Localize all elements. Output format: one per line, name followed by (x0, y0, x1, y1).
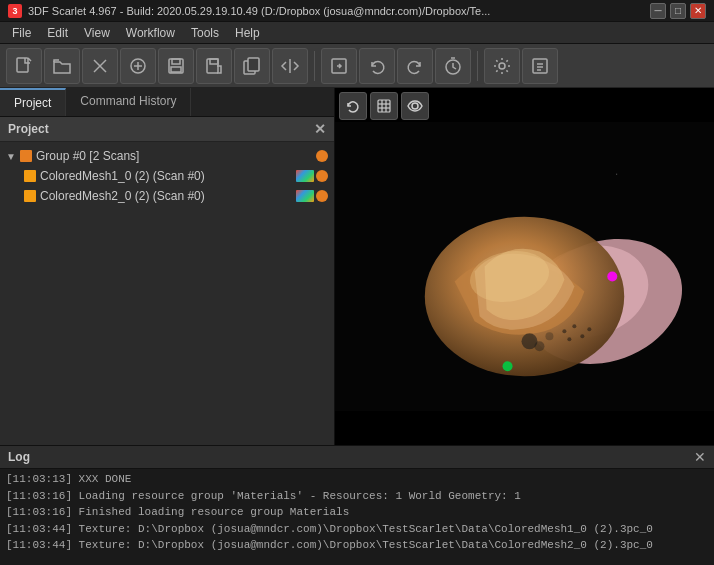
window-close-button[interactable]: ✕ (690, 3, 706, 19)
log-header: Log ✕ (0, 446, 714, 469)
svg-rect-8 (171, 67, 181, 72)
project-close-button[interactable]: ✕ (314, 121, 326, 137)
save-button[interactable] (158, 48, 194, 84)
tree-expand-icon: ▼ (6, 151, 16, 162)
info-button[interactable] (522, 48, 558, 84)
svg-rect-12 (248, 58, 259, 71)
mesh2-texture-icon (296, 190, 314, 202)
svg-point-15 (499, 63, 505, 69)
tab-command-history[interactable]: Command History (66, 88, 191, 116)
title-controls: ─ □ ✕ (650, 3, 706, 19)
3d-mesh-view: · (335, 88, 714, 445)
mesh2-color-box (24, 190, 36, 202)
viewport[interactable]: · (335, 88, 714, 445)
group-icons (316, 150, 328, 162)
svg-point-33 (545, 332, 553, 340)
mesh2-status-icon (316, 190, 328, 202)
svg-point-40 (503, 361, 513, 371)
menu-workflow[interactable]: Workflow (118, 24, 183, 42)
group-color-box (20, 150, 32, 162)
panel-tabs: Project Command History (0, 88, 334, 117)
svg-rect-0 (17, 58, 28, 72)
tab-project[interactable]: Project (0, 88, 66, 116)
log-line-2: [11:03:16] Finished loading resource gro… (6, 504, 708, 521)
separator-1 (314, 51, 315, 81)
minimize-button[interactable]: ─ (650, 3, 666, 19)
wireframe-button[interactable] (370, 92, 398, 120)
timer-button[interactable] (435, 48, 471, 84)
log-line-4: [11:03:44] Texture: D:\Dropbox (josua@mn… (6, 537, 708, 554)
log-line-0: [11:03:13] XXX DONE (6, 471, 708, 488)
svg-text:·: · (614, 170, 619, 179)
menu-bar: File Edit View Workflow Tools Help (0, 22, 714, 44)
mesh1-status-icon (316, 170, 328, 182)
undo-button[interactable] (359, 48, 395, 84)
svg-point-39 (607, 271, 617, 281)
main-area: Project Command History Project ✕ ▼ Grou… (0, 88, 714, 445)
log-panel: Log ✕ [11:03:13] XXX DONE [11:03:16] Loa… (0, 445, 714, 565)
svg-point-32 (534, 341, 544, 351)
new-button[interactable] (6, 48, 42, 84)
group-status-icon (316, 150, 328, 162)
tree-child-item-1[interactable]: ColoredMesh1_0 (2) (Scan #0) (0, 166, 334, 186)
svg-rect-10 (210, 59, 218, 64)
toolbar (0, 44, 714, 88)
left-panel: Project Command History Project ✕ ▼ Grou… (0, 88, 335, 445)
mesh1-color-box (24, 170, 36, 182)
svg-rect-9 (207, 59, 218, 73)
project-tree: ▼ Group #0 [2 Scans] ColoredMesh1_0 (2) … (0, 142, 334, 445)
add-button[interactable] (120, 48, 156, 84)
menu-view[interactable]: View (76, 24, 118, 42)
project-panel: Project ✕ ▼ Group #0 [2 Scans] ColoredMe… (0, 117, 334, 445)
menu-edit[interactable]: Edit (39, 24, 76, 42)
tree-root-item[interactable]: ▼ Group #0 [2 Scans] (0, 146, 334, 166)
log-close-button[interactable]: ✕ (694, 449, 706, 465)
log-line-1: [11:03:16] Loading resource group 'Mater… (6, 488, 708, 505)
svg-point-36 (567, 337, 571, 341)
title-bar: 3 3DF Scarlet 4.967 - Build: 2020.05.29.… (0, 0, 714, 22)
mesh1-icons (296, 170, 328, 182)
group-label: Group #0 [2 Scans] (36, 149, 312, 163)
menu-file[interactable]: File (4, 24, 39, 42)
settings-button[interactable] (484, 48, 520, 84)
import-button[interactable] (321, 48, 357, 84)
svg-point-37 (580, 334, 584, 338)
menu-tools[interactable]: Tools (183, 24, 227, 42)
svg-point-38 (587, 327, 591, 331)
close-file-button[interactable] (82, 48, 118, 84)
title-bar-left: 3 3DF Scarlet 4.967 - Build: 2020.05.29.… (8, 4, 490, 18)
export-button[interactable] (196, 48, 232, 84)
title-text: 3DF Scarlet 4.967 - Build: 2020.05.29.19… (28, 5, 490, 17)
mesh2-icons (296, 190, 328, 202)
menu-help[interactable]: Help (227, 24, 268, 42)
flip-button[interactable] (272, 48, 308, 84)
svg-point-35 (572, 324, 576, 328)
app-icon: 3 (8, 4, 22, 18)
mesh2-label: ColoredMesh2_0 (2) (Scan #0) (40, 189, 292, 203)
maximize-button[interactable]: □ (670, 3, 686, 19)
viewport-toolbar (339, 92, 429, 120)
reset-view-button[interactable] (339, 92, 367, 120)
log-content: [11:03:13] XXX DONE [11:03:16] Loading r… (0, 469, 714, 565)
svg-rect-20 (378, 100, 390, 112)
log-title: Log (8, 450, 30, 464)
svg-rect-16 (533, 59, 547, 73)
toggle-visibility-button[interactable] (401, 92, 429, 120)
svg-point-25 (412, 103, 418, 109)
redo-button[interactable] (397, 48, 433, 84)
open-button[interactable] (44, 48, 80, 84)
project-title: Project (8, 122, 49, 136)
svg-point-34 (562, 329, 566, 333)
project-header: Project ✕ (0, 117, 334, 142)
tree-child-item-2[interactable]: ColoredMesh2_0 (2) (Scan #0) (0, 186, 334, 206)
separator-2 (477, 51, 478, 81)
svg-rect-7 (172, 59, 180, 64)
mesh1-texture-icon (296, 170, 314, 182)
mesh1-label: ColoredMesh1_0 (2) (Scan #0) (40, 169, 292, 183)
log-line-3: [11:03:44] Texture: D:\Dropbox (josua@mn… (6, 521, 708, 538)
duplicate-button[interactable] (234, 48, 270, 84)
